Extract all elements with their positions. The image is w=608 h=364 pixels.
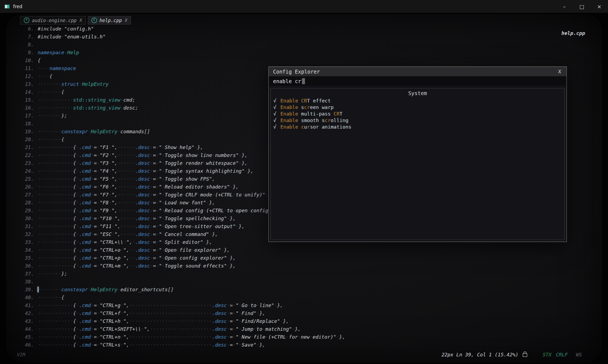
file-label: help.cpp — [561, 30, 585, 36]
config-search-input[interactable]: enable cr — [269, 76, 567, 86]
line-number: 19. — [6, 128, 38, 135]
status-encoding: STX — [543, 352, 552, 357]
crt-screen: C audio-engine.cpp X C help.cpp X help.c… — [6, 14, 602, 363]
lock-icon — [523, 353, 527, 357]
code-line[interactable]: 9.namespace·Help — [6, 48, 602, 56]
code-line[interactable]: 39.········constexpr·HelpEntry·editor_sh… — [6, 286, 602, 293]
code-line[interactable]: 35.············{·.cmd·=·"CTRL+p·",··.des… — [6, 254, 602, 262]
config-item[interactable]: √Enable smooth scrolling — [271, 117, 564, 123]
code-line[interactable]: 36.············{·.cmd·=·"CTRL+m·",··.des… — [6, 262, 602, 270]
line-number: 24. — [6, 167, 38, 175]
line-number: 38. — [6, 278, 38, 286]
checkbox-checked-icon[interactable]: √ — [273, 117, 280, 123]
close-button[interactable]: × — [591, 0, 608, 13]
window-title: fred — [13, 4, 22, 9]
line-number: 12. — [6, 72, 38, 80]
line-number: 6. — [6, 25, 38, 33]
tab-label: help.cpp — [100, 18, 122, 23]
checkbox-checked-icon[interactable]: √ — [273, 98, 280, 104]
line-number: 10. — [6, 56, 38, 64]
code-line[interactable]: 41.············{·.cmd·=·"CTRL+g·",······… — [6, 301, 602, 309]
line-number: 18. — [6, 120, 38, 128]
line-number: 16. — [6, 104, 38, 112]
line-number: 42. — [6, 309, 38, 317]
status-whitespace[interactable]: WS — [576, 352, 582, 357]
tab-label: audio-engine.cpp — [32, 18, 77, 23]
line-number: 30. — [6, 214, 38, 222]
window-controls: – □ × — [556, 0, 608, 13]
cpp-file-icon: C — [91, 17, 97, 23]
tab-close-icon[interactable]: X — [125, 18, 127, 23]
maximize-button[interactable]: □ — [573, 0, 591, 13]
line-number: 8. — [6, 41, 38, 48]
tab-bar: C audio-engine.cpp X C help.cpp X — [20, 16, 131, 25]
config-options-panel: System √Enable CRT effect√Enable screen … — [271, 88, 565, 240]
config-explorer-titlebar[interactable]: Config Explorer X — [269, 67, 567, 76]
line-number: 33. — [6, 238, 38, 246]
config-explorer-title: Config Explorer — [273, 69, 320, 75]
line-number: 29. — [6, 207, 38, 214]
config-close-button[interactable]: X — [557, 69, 562, 74]
tab-close-icon[interactable]: X — [80, 18, 82, 23]
line-number: 9. — [6, 48, 38, 56]
line-number: 39. — [6, 286, 38, 293]
line-number: 46. — [6, 341, 38, 349]
cpp-file-icon: C — [24, 17, 29, 23]
status-mode: VIM — [17, 352, 25, 357]
line-number: 28. — [6, 199, 38, 207]
line-number: 7. — [6, 33, 38, 41]
checkbox-checked-icon[interactable]: √ — [273, 124, 280, 130]
config-item[interactable]: √Enable CRT effect — [271, 97, 564, 104]
window-titlebar: fred – □ × — [0, 0, 608, 13]
line-number: 14. — [6, 88, 38, 96]
line-number: 44. — [6, 325, 38, 333]
code-line[interactable]: 10.{ — [6, 56, 602, 64]
code-line[interactable]: 38. — [6, 278, 602, 286]
status-position: 22px Ln 39, Col 1 (15.42%) — [442, 352, 519, 357]
line-number: 25. — [6, 175, 38, 183]
code-line[interactable]: 44.············{·.cmd·=·"CTRL+SHIFT+\\·"… — [6, 325, 602, 333]
code-line[interactable]: 6.#include·"config.h" — [6, 25, 602, 33]
code-line[interactable]: 34.············{·.cmd·=·"CTRL+o·",··.des… — [6, 246, 602, 254]
line-number: 15. — [6, 96, 38, 104]
status-bar: 22px Ln 39, Col 1 (15.42%) STX CRLF WS — [442, 352, 582, 357]
code-line[interactable]: 45.············{·.cmd·=·"CTRL+n·",······… — [6, 333, 602, 341]
app-icon — [4, 4, 10, 9]
line-number: 11. — [6, 64, 38, 72]
checkbox-checked-icon[interactable]: √ — [273, 104, 280, 110]
config-items-list: √Enable CRT effect√Enable screen warp√En… — [271, 97, 564, 130]
code-line[interactable]: 37.········}; — [6, 270, 602, 278]
code-line[interactable]: 40.········{ — [6, 293, 602, 301]
line-number: 35. — [6, 254, 38, 262]
line-number: 43. — [6, 317, 38, 325]
config-explorer-dialog: Config Explorer X enable cr System √Enab… — [268, 66, 567, 242]
config-item[interactable]: √Enable multi-pass CRT — [271, 110, 564, 117]
minimize-button[interactable]: – — [556, 0, 573, 13]
code-line[interactable]: 8. — [6, 41, 602, 48]
line-number: 40. — [6, 293, 38, 301]
line-number: 21. — [6, 143, 38, 151]
line-number: 27. — [6, 191, 38, 199]
line-number: 34. — [6, 246, 38, 254]
text-cursor — [302, 78, 305, 84]
status-line-ending[interactable]: CRLF — [556, 352, 568, 357]
line-number: 37. — [6, 270, 38, 278]
line-number: 32. — [6, 230, 38, 238]
checkbox-checked-icon[interactable]: √ — [273, 111, 280, 117]
line-number: 45. — [6, 333, 38, 341]
line-number: 20. — [6, 135, 38, 143]
config-item[interactable]: √Enable cursor animations — [271, 123, 564, 130]
code-line[interactable]: 43.············{·.cmd·=·"CTRL+h·",······… — [6, 317, 602, 325]
line-number: 13. — [6, 80, 38, 88]
config-search-query: enable cr — [273, 78, 301, 84]
line-number: 31. — [6, 222, 38, 230]
line-number: 17. — [6, 112, 38, 120]
config-item[interactable]: √Enable screen warp — [271, 104, 564, 110]
config-section-header: System — [271, 89, 564, 97]
tab-audio-engine[interactable]: C audio-engine.cpp X — [20, 16, 86, 25]
code-line[interactable]: 42.············{·.cmd·=·"CTRL+f·",······… — [6, 309, 602, 317]
code-line[interactable]: 7.#include·"enum-utils.h" — [6, 33, 602, 41]
tab-help[interactable]: C help.cpp X — [88, 16, 131, 25]
code-line[interactable]: 46.············{·.cmd·=·"CTRL+s·",······… — [6, 341, 602, 349]
line-number: 41. — [6, 301, 38, 309]
